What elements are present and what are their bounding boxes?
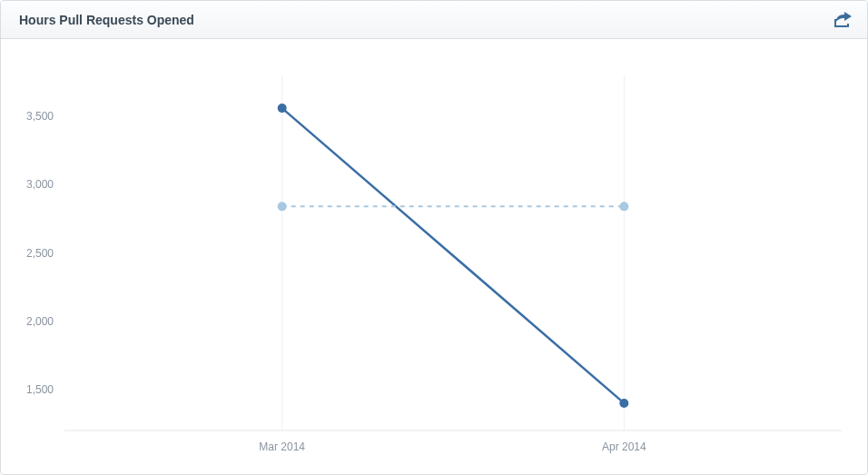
- y-tick-label: 2,000: [26, 315, 54, 328]
- x-tick-label: Apr 2014: [602, 440, 646, 453]
- point-average: [278, 202, 287, 211]
- chart-card: Hours Pull Requests Opened 1,5002,0002,5…: [0, 0, 868, 475]
- card-title: Hours Pull Requests Opened: [19, 13, 194, 27]
- share-button[interactable]: [833, 9, 854, 31]
- x-tick-label: Mar 2014: [259, 440, 305, 453]
- chart-svg: 1,5002,0002,5003,0003,500Mar 2014Apr 201…: [1, 39, 868, 475]
- y-tick-label: 2,500: [26, 247, 54, 260]
- point-hours: [619, 399, 628, 408]
- y-tick-label: 3,500: [26, 110, 54, 123]
- y-tick-label: 3,000: [26, 178, 54, 191]
- series-hours: [282, 108, 625, 403]
- chart-plot-area: 1,5002,0002,5003,0003,500Mar 2014Apr 201…: [1, 39, 867, 474]
- point-average: [619, 202, 628, 211]
- point-hours: [278, 104, 287, 113]
- share-icon: [834, 12, 853, 28]
- card-header: Hours Pull Requests Opened: [1, 1, 867, 39]
- y-tick-label: 1,500: [26, 383, 54, 396]
